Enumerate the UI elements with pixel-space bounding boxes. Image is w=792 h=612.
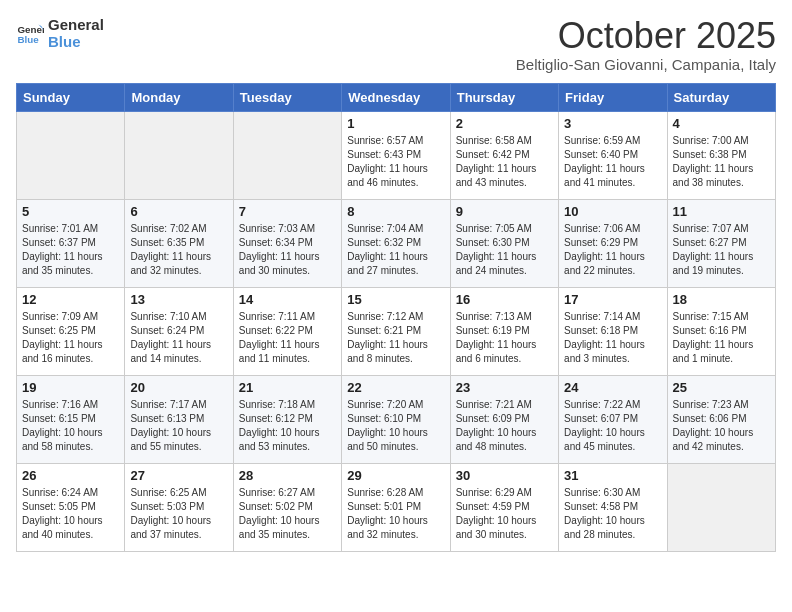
calendar-cell: 4Sunrise: 7:00 AMSunset: 6:38 PMDaylight… bbox=[667, 111, 775, 199]
day-number: 8 bbox=[347, 204, 444, 219]
day-number: 31 bbox=[564, 468, 661, 483]
calendar-cell: 18Sunrise: 7:15 AMSunset: 6:16 PMDayligh… bbox=[667, 287, 775, 375]
calendar-cell: 24Sunrise: 7:22 AMSunset: 6:07 PMDayligh… bbox=[559, 375, 667, 463]
day-info: Sunrise: 7:10 AMSunset: 6:24 PMDaylight:… bbox=[130, 310, 227, 366]
day-info: Sunrise: 7:04 AMSunset: 6:32 PMDaylight:… bbox=[347, 222, 444, 278]
calendar-cell: 29Sunrise: 6:28 AMSunset: 5:01 PMDayligh… bbox=[342, 463, 450, 551]
day-number: 13 bbox=[130, 292, 227, 307]
day-info: Sunrise: 7:12 AMSunset: 6:21 PMDaylight:… bbox=[347, 310, 444, 366]
day-number: 14 bbox=[239, 292, 336, 307]
day-info: Sunrise: 7:00 AMSunset: 6:38 PMDaylight:… bbox=[673, 134, 770, 190]
calendar-cell: 15Sunrise: 7:12 AMSunset: 6:21 PMDayligh… bbox=[342, 287, 450, 375]
day-number: 27 bbox=[130, 468, 227, 483]
day-info: Sunrise: 7:03 AMSunset: 6:34 PMDaylight:… bbox=[239, 222, 336, 278]
calendar-cell: 22Sunrise: 7:20 AMSunset: 6:10 PMDayligh… bbox=[342, 375, 450, 463]
calendar-cell bbox=[667, 463, 775, 551]
calendar-cell: 7Sunrise: 7:03 AMSunset: 6:34 PMDaylight… bbox=[233, 199, 341, 287]
calendar-cell: 25Sunrise: 7:23 AMSunset: 6:06 PMDayligh… bbox=[667, 375, 775, 463]
day-info: Sunrise: 7:17 AMSunset: 6:13 PMDaylight:… bbox=[130, 398, 227, 454]
logo: General Blue General Blue bbox=[16, 16, 104, 50]
day-number: 24 bbox=[564, 380, 661, 395]
day-number: 21 bbox=[239, 380, 336, 395]
day-info: Sunrise: 6:24 AMSunset: 5:05 PMDaylight:… bbox=[22, 486, 119, 542]
calendar-week-row: 5Sunrise: 7:01 AMSunset: 6:37 PMDaylight… bbox=[17, 199, 776, 287]
svg-text:Blue: Blue bbox=[17, 34, 39, 45]
day-info: Sunrise: 6:28 AMSunset: 5:01 PMDaylight:… bbox=[347, 486, 444, 542]
day-number: 12 bbox=[22, 292, 119, 307]
day-number: 3 bbox=[564, 116, 661, 131]
day-number: 30 bbox=[456, 468, 553, 483]
calendar-cell: 2Sunrise: 6:58 AMSunset: 6:42 PMDaylight… bbox=[450, 111, 558, 199]
calendar-cell: 30Sunrise: 6:29 AMSunset: 4:59 PMDayligh… bbox=[450, 463, 558, 551]
logo-icon: General Blue bbox=[16, 19, 44, 47]
calendar-week-row: 1Sunrise: 6:57 AMSunset: 6:43 PMDaylight… bbox=[17, 111, 776, 199]
page-header: General Blue General Blue October 2025 B… bbox=[16, 16, 776, 73]
day-number: 20 bbox=[130, 380, 227, 395]
day-number: 29 bbox=[347, 468, 444, 483]
day-info: Sunrise: 7:01 AMSunset: 6:37 PMDaylight:… bbox=[22, 222, 119, 278]
calendar-subtitle: Beltiglio-San Giovanni, Campania, Italy bbox=[516, 56, 776, 73]
day-info: Sunrise: 7:20 AMSunset: 6:10 PMDaylight:… bbox=[347, 398, 444, 454]
calendar-cell: 12Sunrise: 7:09 AMSunset: 6:25 PMDayligh… bbox=[17, 287, 125, 375]
day-number: 5 bbox=[22, 204, 119, 219]
calendar-cell: 19Sunrise: 7:16 AMSunset: 6:15 PMDayligh… bbox=[17, 375, 125, 463]
calendar-cell: 6Sunrise: 7:02 AMSunset: 6:35 PMDaylight… bbox=[125, 199, 233, 287]
day-info: Sunrise: 7:09 AMSunset: 6:25 PMDaylight:… bbox=[22, 310, 119, 366]
day-info: Sunrise: 7:13 AMSunset: 6:19 PMDaylight:… bbox=[456, 310, 553, 366]
day-info: Sunrise: 6:30 AMSunset: 4:58 PMDaylight:… bbox=[564, 486, 661, 542]
day-info: Sunrise: 7:16 AMSunset: 6:15 PMDaylight:… bbox=[22, 398, 119, 454]
day-number: 18 bbox=[673, 292, 770, 307]
day-info: Sunrise: 7:18 AMSunset: 6:12 PMDaylight:… bbox=[239, 398, 336, 454]
day-number: 17 bbox=[564, 292, 661, 307]
calendar-cell: 21Sunrise: 7:18 AMSunset: 6:12 PMDayligh… bbox=[233, 375, 341, 463]
day-info: Sunrise: 7:11 AMSunset: 6:22 PMDaylight:… bbox=[239, 310, 336, 366]
calendar-cell: 1Sunrise: 6:57 AMSunset: 6:43 PMDaylight… bbox=[342, 111, 450, 199]
calendar-cell: 9Sunrise: 7:05 AMSunset: 6:30 PMDaylight… bbox=[450, 199, 558, 287]
header-sunday: Sunday bbox=[17, 83, 125, 111]
day-info: Sunrise: 7:21 AMSunset: 6:09 PMDaylight:… bbox=[456, 398, 553, 454]
calendar-week-row: 12Sunrise: 7:09 AMSunset: 6:25 PMDayligh… bbox=[17, 287, 776, 375]
day-number: 11 bbox=[673, 204, 770, 219]
calendar-cell: 10Sunrise: 7:06 AMSunset: 6:29 PMDayligh… bbox=[559, 199, 667, 287]
day-number: 1 bbox=[347, 116, 444, 131]
calendar-cell: 11Sunrise: 7:07 AMSunset: 6:27 PMDayligh… bbox=[667, 199, 775, 287]
calendar-cell: 14Sunrise: 7:11 AMSunset: 6:22 PMDayligh… bbox=[233, 287, 341, 375]
day-info: Sunrise: 7:02 AMSunset: 6:35 PMDaylight:… bbox=[130, 222, 227, 278]
day-number: 23 bbox=[456, 380, 553, 395]
calendar-cell: 26Sunrise: 6:24 AMSunset: 5:05 PMDayligh… bbox=[17, 463, 125, 551]
day-number: 9 bbox=[456, 204, 553, 219]
day-info: Sunrise: 7:15 AMSunset: 6:16 PMDaylight:… bbox=[673, 310, 770, 366]
calendar-cell: 28Sunrise: 6:27 AMSunset: 5:02 PMDayligh… bbox=[233, 463, 341, 551]
calendar-cell: 5Sunrise: 7:01 AMSunset: 6:37 PMDaylight… bbox=[17, 199, 125, 287]
header-tuesday: Tuesday bbox=[233, 83, 341, 111]
day-number: 10 bbox=[564, 204, 661, 219]
day-info: Sunrise: 7:14 AMSunset: 6:18 PMDaylight:… bbox=[564, 310, 661, 366]
title-block: October 2025 Beltiglio-San Giovanni, Cam… bbox=[516, 16, 776, 73]
day-number: 22 bbox=[347, 380, 444, 395]
calendar-cell: 17Sunrise: 7:14 AMSunset: 6:18 PMDayligh… bbox=[559, 287, 667, 375]
header-thursday: Thursday bbox=[450, 83, 558, 111]
day-number: 15 bbox=[347, 292, 444, 307]
day-number: 25 bbox=[673, 380, 770, 395]
day-number: 2 bbox=[456, 116, 553, 131]
calendar-title: October 2025 bbox=[516, 16, 776, 56]
day-number: 16 bbox=[456, 292, 553, 307]
calendar-cell: 3Sunrise: 6:59 AMSunset: 6:40 PMDaylight… bbox=[559, 111, 667, 199]
header-monday: Monday bbox=[125, 83, 233, 111]
day-info: Sunrise: 7:23 AMSunset: 6:06 PMDaylight:… bbox=[673, 398, 770, 454]
calendar-cell bbox=[233, 111, 341, 199]
day-info: Sunrise: 7:05 AMSunset: 6:30 PMDaylight:… bbox=[456, 222, 553, 278]
calendar-cell: 31Sunrise: 6:30 AMSunset: 4:58 PMDayligh… bbox=[559, 463, 667, 551]
calendar-cell: 16Sunrise: 7:13 AMSunset: 6:19 PMDayligh… bbox=[450, 287, 558, 375]
calendar-cell: 20Sunrise: 7:17 AMSunset: 6:13 PMDayligh… bbox=[125, 375, 233, 463]
header-wednesday: Wednesday bbox=[342, 83, 450, 111]
header-friday: Friday bbox=[559, 83, 667, 111]
logo-blue: Blue bbox=[48, 33, 104, 50]
day-number: 4 bbox=[673, 116, 770, 131]
day-number: 26 bbox=[22, 468, 119, 483]
day-info: Sunrise: 6:27 AMSunset: 5:02 PMDaylight:… bbox=[239, 486, 336, 542]
calendar-cell: 27Sunrise: 6:25 AMSunset: 5:03 PMDayligh… bbox=[125, 463, 233, 551]
day-number: 28 bbox=[239, 468, 336, 483]
calendar-cell: 13Sunrise: 7:10 AMSunset: 6:24 PMDayligh… bbox=[125, 287, 233, 375]
calendar-cell bbox=[17, 111, 125, 199]
